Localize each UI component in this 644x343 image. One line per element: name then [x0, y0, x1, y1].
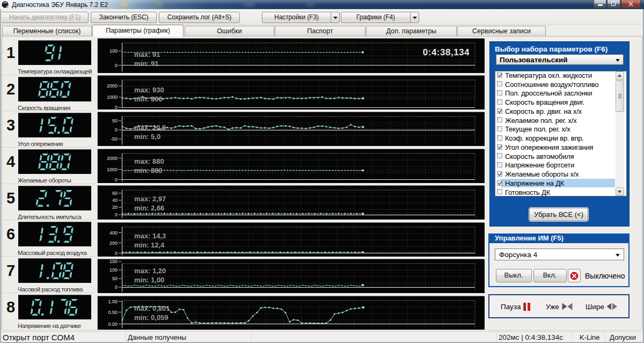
svg-text:max: 880: max: 880: [134, 157, 164, 165]
svg-text:max: 14,3: max: 14,3: [134, 232, 166, 240]
svg-text:0: 0: [115, 105, 118, 110]
svg-text:0: 0: [115, 212, 118, 217]
svg-text:2000: 2000: [107, 83, 118, 89]
svg-text:-50: -50: [111, 136, 118, 142]
svg-text:min: 880: min: 880: [134, 166, 163, 174]
svg-text:max: 0,801: max: 0,801: [134, 304, 170, 312]
svg-text:400: 400: [109, 230, 118, 235]
svg-text:1.00: 1.00: [108, 298, 118, 304]
svg-text:40: 40: [112, 198, 118, 203]
svg-text:200: 200: [109, 240, 118, 245]
svg-text:50: 50: [112, 276, 118, 281]
svg-text:1000: 1000: [107, 94, 118, 100]
svg-text:0: 0: [115, 250, 118, 256]
svg-text:min: 91: min: 91: [134, 60, 159, 68]
svg-text:50: 50: [112, 118, 118, 123]
svg-text:150: 150: [109, 259, 118, 264]
svg-text:2000: 2000: [107, 155, 118, 160]
svg-text:100: 100: [109, 48, 118, 54]
svg-text:0.00: 0.00: [108, 321, 118, 326]
svg-text:max: 91: max: 91: [134, 50, 160, 59]
svg-text:max: 1,20: max: 1,20: [134, 267, 166, 275]
svg-text:min: 5,0: min: 5,0: [134, 133, 160, 141]
svg-text:min: 1,00: min: 1,00: [134, 276, 164, 284]
svg-text:min: 12,4: min: 12,4: [134, 241, 165, 249]
svg-text:min: 800: min: 800: [134, 95, 163, 103]
svg-text:0: 0: [115, 284, 118, 290]
svg-text:1000: 1000: [107, 166, 118, 172]
svg-text:0: 0: [115, 63, 118, 68]
svg-text:max: 2,97: max: 2,97: [134, 195, 166, 203]
svg-text:min: 2,66: min: 2,66: [134, 204, 164, 212]
svg-text:min: 0,059: min: 0,059: [134, 313, 169, 322]
svg-text:max: 20,0: max: 20,0: [134, 123, 166, 132]
svg-text:0: 0: [115, 177, 118, 182]
svg-text:max: 930: max: 930: [134, 86, 164, 94]
svg-text:100: 100: [109, 267, 118, 273]
svg-text:0.50: 0.50: [108, 309, 118, 315]
svg-text:20: 20: [112, 205, 118, 210]
svg-text:60: 60: [112, 191, 118, 196]
svg-text:0: 0: [115, 127, 118, 133]
